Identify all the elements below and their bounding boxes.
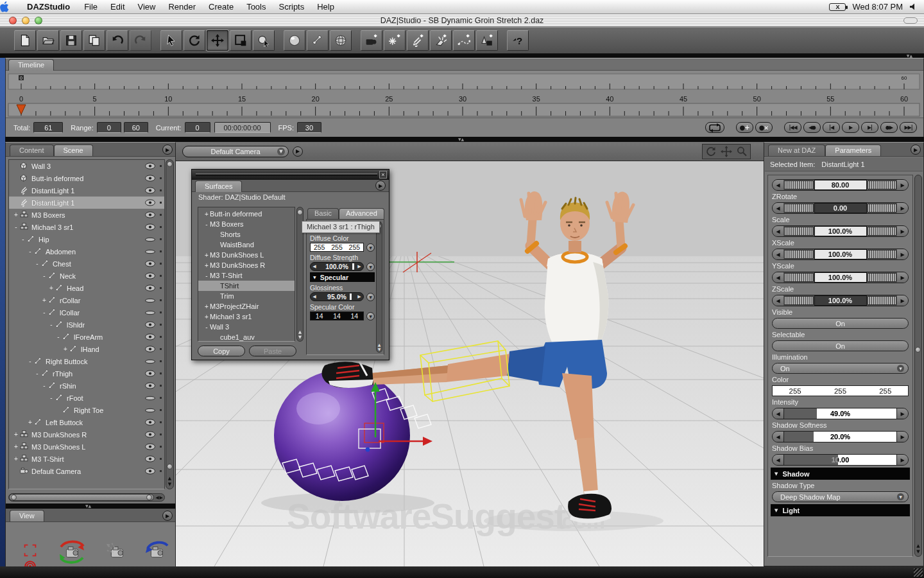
selectable-toggle[interactable]: On <box>772 340 909 351</box>
save-file-button[interactable] <box>60 30 82 51</box>
tree-node-hip[interactable]: -Hip <box>9 233 164 245</box>
node-label[interactable]: rFoot <box>67 394 83 402</box>
dial-track[interactable] <box>784 180 814 189</box>
tree-node-default-camera[interactable]: Default Camera <box>9 465 164 477</box>
current-frame-field[interactable]: 0 <box>185 122 210 133</box>
total-field[interactable]: 61 <box>33 122 63 133</box>
volume-icon[interactable] <box>909 3 918 11</box>
visibility-eye-icon[interactable] <box>144 381 157 390</box>
tree-node-lforearm[interactable]: -lForeArm <box>9 331 164 343</box>
scrollbar-knob[interactable] <box>167 161 173 167</box>
decrement-arrow[interactable]: ◀ <box>773 180 783 190</box>
color-color-field[interactable]: 255 255 255 <box>772 385 909 396</box>
param-value[interactable]: 80.00 <box>814 180 867 190</box>
decrement-arrow[interactable]: ◀ <box>773 203 783 213</box>
node-label[interactable]: Hip <box>38 236 49 243</box>
specular-color-field[interactable]: 141414 <box>310 311 364 320</box>
tab-timeline[interactable]: Timeline <box>8 59 54 71</box>
diffuse-strength-slider[interactable]: ◀100.0%▶ <box>310 262 364 271</box>
menu-help[interactable]: Help <box>311 0 341 13</box>
increment-arrow[interactable]: ▶ <box>897 180 908 190</box>
menubar-clock[interactable]: Wed 8:07 PM <box>852 2 903 12</box>
surface-node-m3-t-shirt[interactable]: -M3 T-Shirt <box>198 270 295 281</box>
shadow-type-dropdown[interactable]: Deep Shadow Map▼ <box>772 491 909 502</box>
node-label[interactable]: lShldr <box>67 321 85 329</box>
param-menu-button[interactable]: ▼ <box>366 243 375 252</box>
increment-arrow[interactable]: ▶ <box>897 272 908 283</box>
scene-tree-hscrollbar[interactable]: ◀▶ <box>8 493 165 502</box>
frame-camera-icon[interactable] <box>102 539 132 564</box>
tab-surfaces[interactable]: Surfaces <box>195 180 242 192</box>
dial-track[interactable] <box>868 273 897 282</box>
tree-node-right-toe[interactable]: Right Toe <box>9 404 164 416</box>
window-title-bar[interactable]: DAZ|Studio - SB Dynamic Groin Stretch 2.… <box>0 14 924 27</box>
dial-track[interactable] <box>868 180 897 189</box>
advanced-scrollbar[interactable]: ▲▼ <box>376 222 382 353</box>
expand-toggle[interactable]: + <box>48 285 55 292</box>
xscale-dial[interactable]: ◀ 100.0% ▶ <box>772 249 909 260</box>
node-label[interactable]: Wall 3 <box>31 162 51 170</box>
expand-toggle[interactable]: + <box>27 419 33 426</box>
surface-label[interactable]: cube1_auv <box>220 333 255 341</box>
panel-menu-button[interactable]: ▶ <box>162 144 173 155</box>
expand-toggle[interactable]: + <box>62 346 69 353</box>
node-label[interactable]: lHand <box>81 346 99 353</box>
tree-node-m3-dunkshoes-l[interactable]: +M3 DunkShoes L <box>9 441 164 453</box>
node-label[interactable]: Abdomen <box>46 248 76 256</box>
expand-toggle[interactable]: - <box>55 333 62 340</box>
tree-node-right-buttock[interactable]: -Right Buttock <box>9 355 164 367</box>
menu-tools[interactable]: Tools <box>240 0 272 13</box>
fps-field[interactable]: 30 <box>297 122 321 133</box>
expand-toggle[interactable]: + <box>203 262 210 269</box>
zscale-dial[interactable]: ◀ 100.0% ▶ <box>772 295 909 306</box>
glossiness-slider[interactable]: ◀95.0%▶ <box>310 292 364 301</box>
visibility-eye-icon[interactable] <box>144 430 157 439</box>
timeline-main-splitter[interactable]: ▼▲ <box>5 137 924 142</box>
decrement-arrow[interactable]: ◀ <box>773 455 783 465</box>
orbit-view-icon[interactable] <box>705 146 717 157</box>
scale-dial[interactable]: ◀ 100.0% ▶ <box>772 225 909 237</box>
camera-options-button[interactable]: ▶ <box>293 146 303 157</box>
surface-label[interactable]: Michael 3 sr1 <box>210 313 252 320</box>
timeline-ruler[interactable]: 060051015202530354045505560 <box>7 71 922 118</box>
scrollbar-arrows[interactable]: ▲▼ <box>297 329 303 340</box>
go-to-start-button[interactable]: |◀◀ <box>784 122 801 133</box>
param-value[interactable]: 100.0% <box>814 272 867 283</box>
shadow-softness-slider[interactable]: ◀ 20.0% ▶ <box>772 431 909 442</box>
section-shadow[interactable]: ▼Shadow <box>771 468 910 480</box>
add-dformer-button[interactable] <box>453 30 475 51</box>
menu-file[interactable]: File <box>78 0 104 13</box>
visibility-eye-icon[interactable] <box>144 186 157 195</box>
tree-node-butt-in-deformed[interactable]: Butt-in deformed <box>9 172 164 184</box>
node-label[interactable]: Chest <box>53 260 71 268</box>
tree-node-chest[interactable]: -Chest <box>9 258 164 270</box>
tab-new-at-daz[interactable]: New at DAZ <box>768 144 825 156</box>
expand-toggle[interactable]: + <box>13 431 19 438</box>
visibility-eye-icon[interactable] <box>144 211 157 219</box>
surface-label[interactable]: Wall 3 <box>210 323 229 331</box>
surface-label[interactable]: M3 DunkShoes L <box>210 251 264 259</box>
menu-scripts[interactable]: Scripts <box>273 0 311 13</box>
surface-label[interactable]: M3ProjectZHair <box>210 302 259 310</box>
duplicate-button[interactable] <box>83 30 105 51</box>
expand-toggle[interactable]: - <box>13 223 19 231</box>
decrement-arrow[interactable]: ◀ <box>773 295 783 306</box>
surface-label[interactable]: M3 DunkShoes R <box>210 261 265 269</box>
tree-node-michael-3-sr1[interactable]: -Michael 3 sr1 <box>9 221 164 233</box>
geometry-tool-button[interactable] <box>330 30 352 51</box>
parameters-scrollbar[interactable]: ▲▼ <box>914 175 922 557</box>
shadow-bias-slider[interactable]: ◀ 10.00 ▶ <box>772 454 909 466</box>
intensity-slider[interactable]: ◀ 49.0% ▶ <box>772 408 909 419</box>
increment-arrow[interactable]: ▶ <box>897 295 908 306</box>
tree-node-m3-boxers[interactable]: +M3 Boxers <box>9 209 164 221</box>
dock-handle[interactable]: ▼▲ <box>85 504 91 508</box>
help-button[interactable]: ? <box>507 30 529 51</box>
dial-track[interactable] <box>784 273 814 282</box>
add-primitive-button[interactable] <box>476 30 498 51</box>
menu-dazstudio[interactable]: DAZStudio <box>19 0 78 13</box>
tree-node-neck[interactable]: -Neck <box>9 270 164 282</box>
step-back-button[interactable]: |◀ <box>823 122 840 133</box>
node-label[interactable]: rShin <box>60 382 76 390</box>
rotate-tool-button[interactable] <box>184 30 205 51</box>
surface-node-butt-in-deformed[interactable]: +Butt-in deformed <box>198 209 295 219</box>
